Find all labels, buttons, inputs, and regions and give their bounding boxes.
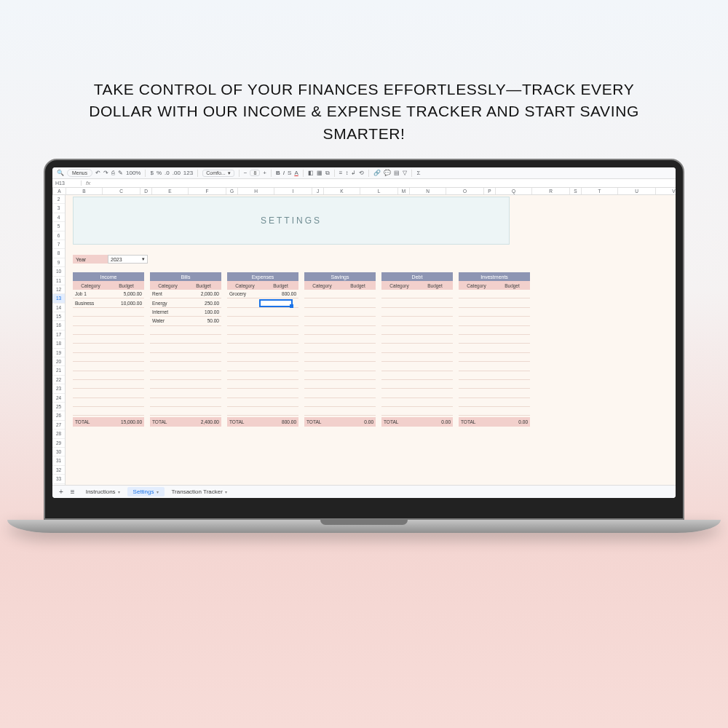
table-row[interactable] <box>459 326 530 335</box>
row-header[interactable]: 10 <box>52 267 65 276</box>
cell-category[interactable] <box>304 290 344 298</box>
cell-category[interactable] <box>73 326 113 334</box>
cell-category[interactable] <box>73 371 113 379</box>
cell-budget[interactable] <box>499 362 530 370</box>
column-header[interactable]: G <box>226 188 238 194</box>
cell-category[interactable] <box>381 290 422 298</box>
table-row[interactable] <box>150 326 221 335</box>
cell-budget[interactable] <box>344 353 376 361</box>
table-row[interactable] <box>227 298 298 307</box>
cell-budget[interactable] <box>422 298 453 306</box>
row-header[interactable]: 31 <box>52 456 65 465</box>
cell-budget[interactable] <box>499 389 530 397</box>
row-header[interactable]: 12 <box>52 285 65 294</box>
cell-budget[interactable] <box>422 371 453 379</box>
table-row[interactable] <box>304 389 376 397</box>
cell-category[interactable] <box>227 308 267 316</box>
chevron-down-icon[interactable]: ▾ <box>118 489 120 494</box>
column-header[interactable]: F <box>189 188 226 194</box>
table-row[interactable] <box>227 308 298 317</box>
table-row[interactable] <box>459 298 530 307</box>
table-row[interactable] <box>459 290 530 298</box>
functions-icon[interactable]: Σ <box>416 170 420 176</box>
cell-category[interactable] <box>381 398 422 406</box>
cell-category[interactable] <box>150 398 190 406</box>
table-row[interactable] <box>381 389 453 397</box>
cell-budget[interactable] <box>190 335 221 343</box>
cell-category[interactable] <box>304 344 344 352</box>
more-formats-icon[interactable]: 123 <box>183 170 193 176</box>
table-row[interactable]: Rent2,000.00 <box>150 290 221 298</box>
currency-icon[interactable]: $ <box>150 170 153 176</box>
row-header[interactable]: 8 <box>52 249 65 258</box>
row-header[interactable]: 3 <box>52 204 65 213</box>
strike-icon[interactable]: S <box>288 170 291 176</box>
cell-budget[interactable] <box>499 308 530 316</box>
row-header[interactable]: 28 <box>52 430 65 438</box>
table-row[interactable] <box>459 407 530 416</box>
cell-budget[interactable] <box>422 353 453 361</box>
cell-category[interactable] <box>73 344 113 352</box>
cell-category[interactable] <box>227 298 267 306</box>
cell-budget[interactable] <box>267 335 298 343</box>
add-sheet-icon[interactable]: + <box>57 488 66 496</box>
cell-category[interactable] <box>381 380 422 388</box>
cell-budget[interactable] <box>190 371 221 379</box>
table-row[interactable] <box>227 317 298 325</box>
redo-icon[interactable]: ↷ <box>103 170 108 176</box>
table-row[interactable] <box>227 335 298 344</box>
table-row[interactable] <box>150 344 221 352</box>
table-row[interactable] <box>227 389 298 397</box>
decrease-font-icon[interactable]: − <box>244 170 248 176</box>
menus-button[interactable]: Menus <box>67 169 92 177</box>
table-row[interactable] <box>304 344 376 352</box>
table-row[interactable] <box>381 362 453 371</box>
sheet-canvas[interactable]: SETTINGS Year 2023 ▾ IncomeCategoryBudge… <box>66 195 676 485</box>
table-row[interactable] <box>73 389 144 397</box>
cell-budget[interactable] <box>344 298 376 306</box>
table-row[interactable] <box>227 326 298 335</box>
cell-budget[interactable] <box>190 407 221 415</box>
cell-category[interactable] <box>459 398 499 406</box>
cell-category[interactable]: Job 1 <box>73 290 113 298</box>
cell-budget[interactable] <box>267 326 298 334</box>
table-row[interactable] <box>73 308 144 317</box>
cell-budget[interactable] <box>113 380 144 388</box>
row-header[interactable]: 11 <box>52 277 65 285</box>
cell-category[interactable] <box>304 362 344 370</box>
cell-budget[interactable] <box>190 353 221 361</box>
column-header[interactable]: T <box>582 188 618 194</box>
cell-budget[interactable] <box>190 389 221 397</box>
font-select[interactable]: Comfo...▾ <box>202 170 234 177</box>
column-header[interactable]: P <box>484 188 496 194</box>
column-header[interactable]: S <box>570 188 582 194</box>
row-header[interactable]: 16 <box>52 321 65 330</box>
table-row[interactable] <box>73 380 144 389</box>
table-row[interactable]: Business10,000.00 <box>73 298 144 307</box>
cell-budget[interactable] <box>499 298 530 306</box>
cell-category[interactable] <box>150 371 190 379</box>
cell-category[interactable] <box>459 317 499 325</box>
text-color-icon[interactable]: A <box>294 170 298 176</box>
table-row[interactable] <box>304 398 376 407</box>
cell-category[interactable] <box>227 362 267 370</box>
undo-icon[interactable]: ↶ <box>95 170 100 176</box>
cell-budget[interactable] <box>344 407 376 415</box>
cell-budget[interactable] <box>190 326 221 334</box>
zoom-select[interactable]: 100% <box>126 170 141 176</box>
cell-budget[interactable] <box>267 371 298 379</box>
row-header[interactable]: 13 <box>52 294 65 303</box>
cell-budget[interactable] <box>267 362 298 370</box>
table-row[interactable] <box>73 362 144 371</box>
table-row[interactable] <box>304 317 376 325</box>
table-row[interactable] <box>459 308 530 317</box>
table-row[interactable] <box>459 398 530 407</box>
cell-category[interactable] <box>227 353 267 361</box>
cell-category[interactable] <box>304 407 344 415</box>
table-row[interactable] <box>304 407 376 416</box>
table-row[interactable] <box>150 335 221 344</box>
cell-category[interactable] <box>150 353 190 361</box>
cell-category[interactable] <box>304 317 344 325</box>
table-row[interactable] <box>73 407 144 416</box>
sheet-tab[interactable]: Instructions▾ <box>80 487 126 496</box>
